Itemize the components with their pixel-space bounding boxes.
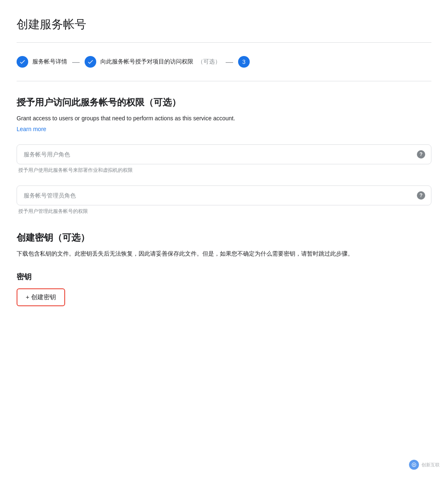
page-title: 创建服务帐号: [17, 17, 431, 32]
grant-access-section: 授予用户访问此服务帐号的权限（可选） Grant access to users…: [17, 96, 431, 215]
step-3-number: 3: [238, 56, 250, 68]
step-1-label: 服务帐号详情: [32, 58, 67, 66]
admin-role-hint: 授予用户管理此服务帐号的权限: [18, 208, 431, 215]
watermark-text: 创新互联: [421, 462, 440, 468]
keys-area: 密钥 + 创建密钥: [17, 272, 431, 306]
grant-section-desc: Grant access to users or groups that nee…: [17, 114, 431, 123]
step-2-check-icon: [85, 56, 96, 68]
step-2-label: 向此服务帐号授予对项目的访问权限: [100, 58, 193, 66]
step-2-optional: （可选）: [197, 58, 221, 66]
admin-role-help-icon[interactable]: ?: [417, 191, 425, 200]
user-role-hint: 授予用户使用此服务帐号来部署作业和虚拟机的权限: [18, 167, 431, 174]
watermark-logo: [409, 460, 419, 470]
learn-more-link[interactable]: Learn more: [17, 126, 46, 132]
field-group-1: ? 授予用户使用此服务帐号来部署作业和虚拟机的权限: [17, 144, 431, 174]
step-2: 向此服务帐号授予对项目的访问权限 （可选）: [85, 56, 221, 68]
watermark: 创新互联: [409, 460, 440, 470]
title-divider: [17, 42, 431, 43]
service-account-admin-role-wrapper: ?: [17, 185, 431, 205]
create-key-section-desc: 下载包含私钥的文件。此密钥丢失后无法恢复，因此请妥善保存此文件。但是，如果您不确…: [17, 249, 431, 258]
stepper-divider: [17, 81, 431, 81]
service-account-user-role-input[interactable]: [24, 151, 411, 158]
field-group-2: ? 授予用户管理此服务帐号的权限: [17, 185, 431, 215]
step-1: 服务帐号详情: [17, 56, 67, 68]
create-key-section-title: 创建密钥（可选）: [17, 232, 431, 244]
step-3: 3: [238, 56, 250, 68]
create-key-section: 创建密钥（可选） 下载包含私钥的文件。此密钥丢失后无法恢复，因此请妥善保存此文件…: [17, 232, 431, 306]
grant-section-title: 授予用户访问此服务帐号的权限（可选）: [17, 96, 431, 109]
step-1-check-icon: [17, 56, 28, 68]
create-key-button[interactable]: + 创建密钥: [17, 288, 65, 306]
step-separator-2: —: [226, 58, 233, 66]
keys-label: 密钥: [17, 272, 431, 282]
user-role-help-icon[interactable]: ?: [417, 150, 425, 159]
service-account-admin-role-input[interactable]: [24, 192, 411, 199]
step-separator-1: —: [72, 58, 80, 66]
service-account-user-role-wrapper: ?: [17, 144, 431, 164]
stepper: 服务帐号详情 — 向此服务帐号授予对项目的访问权限 （可选） — 3: [17, 56, 431, 68]
